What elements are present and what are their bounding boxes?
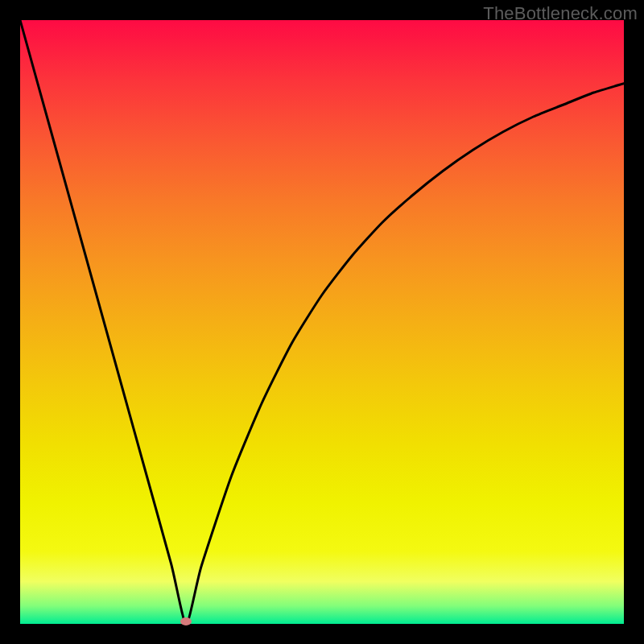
plot-area (20, 20, 624, 624)
chart-container: TheBottleneck.com (0, 0, 644, 644)
watermark-text: TheBottleneck.com (483, 3, 638, 24)
minimum-marker (180, 617, 192, 625)
bottleneck-curve (20, 20, 624, 624)
